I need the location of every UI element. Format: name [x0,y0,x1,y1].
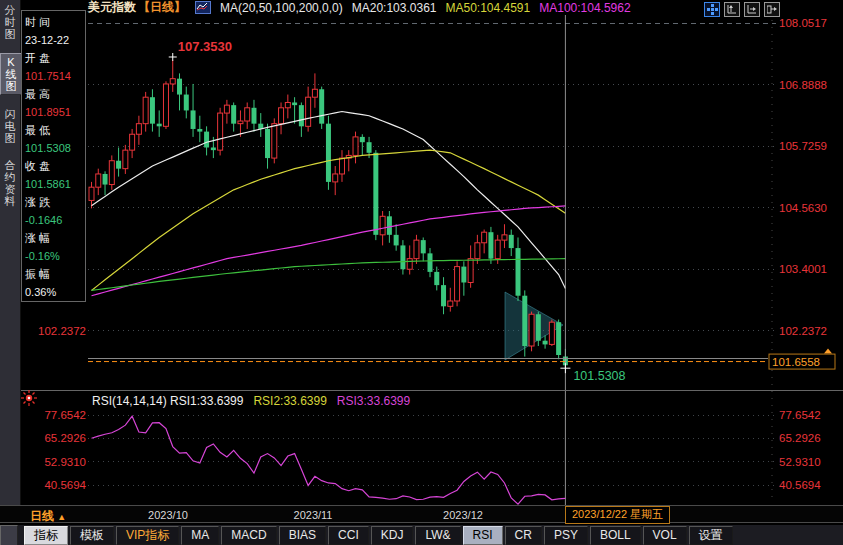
info-label: 开 盘 [25,49,85,67]
info-value: 101.5861 [25,175,85,193]
info-value: 101.5308 [25,139,85,157]
toolbar-tab-KDJ[interactable]: KDJ [371,526,414,545]
toolbar-tab-指标[interactable]: 指标 [24,526,68,545]
y-axis-label: 102.2372 [779,325,827,337]
y-axis-label-left: 102.2372 [38,325,86,337]
shift-right-icon[interactable] [764,2,780,17]
toolbar-grip[interactable] [0,525,18,545]
chart-canvas[interactable]: 108.0517106.8888105.7259104.5630103.4001… [0,0,843,545]
ma200-line [92,259,566,291]
low-price-label: 101.5308 [573,369,625,383]
info-value: 23-12-22 [25,31,85,49]
ma20-value: MA20:103.0361 [352,1,437,15]
left-tab-strip: 分时图K线图闪电图合约资料 [0,0,21,505]
rsi-axis-label-left: 77.6542 [44,409,86,421]
toolbar-tab-MA[interactable]: MA [181,526,219,545]
ma50-value: MA50:104.4591 [445,1,530,15]
info-value: -0.1646 [25,211,85,229]
price-label-text: 101.6558 [772,356,820,368]
toolbar-tab-LW&[interactable]: LW& [415,526,460,545]
price-arrow-icon [824,349,832,354]
scale-right-icon[interactable] [744,2,760,17]
candlestick-series [89,60,568,368]
chart-toolbar-icons [704,2,780,17]
info-value: -0.16% [25,247,85,265]
rsi2-value: RSI2:33.6399 [253,394,326,408]
rsi-axis-label-right: 65.2926 [779,432,821,444]
mini-chart-icon [195,1,211,14]
crosshair-grid-icon[interactable] [704,2,720,17]
axis-date-label: 2023/12 [443,509,483,521]
alert-sun-icon [20,389,38,407]
period-tag: 【日线】 [138,0,186,16]
rsi-axis-label-left: 40.5694 [44,479,86,491]
crosshair-date-label: 2023/12/22 星期五 [565,506,670,524]
ma100-line [92,206,566,296]
sidebar-tab-3[interactable]: 合约资料 [0,157,20,209]
toolbar-tab-CCI[interactable]: CCI [328,526,369,545]
rsi1-value: RSI(14,14,14) RSI1:33.6399 [92,394,243,408]
high-price-label: 107.3530 [178,39,232,54]
rsi-axis-label-right: 52.9310 [779,456,821,468]
rsi-axis-label-right: 40.5694 [779,479,821,491]
toolbar-tab-BOLL[interactable]: BOLL [590,526,641,545]
info-label: 时 间 [25,13,85,31]
toolbar-tab-VIP指标[interactable]: VIP指标 [116,526,179,545]
info-value: 101.7514 [25,67,85,85]
toolbar-tab-BIAS[interactable]: BIAS [279,526,326,545]
sidebar-tab-0[interactable]: 分时图 [0,2,20,42]
y-axis-label: 106.8888 [779,79,827,91]
toolbar-tab-VOL[interactable]: VOL [643,526,687,545]
axis-date-label: 2023/11 [294,509,333,521]
info-label: 收 盘 [25,157,85,175]
y-axis-label: 105.7259 [779,140,827,152]
y-axis-label: 104.5630 [779,202,827,214]
info-label: 涨 跌 [25,193,85,211]
period-selector[interactable]: 日线 ▲ [30,508,66,525]
indicator-toolbar: 指标模板VIP指标MAMACDBIASCCIKDJLW&RSICRPSYBOLL… [0,524,843,545]
axis-date-label: 2023/10 [148,509,188,521]
toolbar-tab-RSI[interactable]: RSI [463,526,503,545]
toolbar-tab-CR[interactable]: CR [505,526,542,545]
rsi3-value: RSI3:33.6399 [337,394,410,408]
date-axis-row: 日线 ▲ 2023/12/22 星期五 2023/102023/112023/1… [0,505,843,523]
info-label: 振 幅 [25,265,85,283]
info-label: 最 低 [25,121,85,139]
y-axis-label: 103.4001 [779,263,827,275]
quote-info-panel: 时 间23-12-22开 盘101.7514最 高101.8951最 低101.… [21,10,86,302]
y-axis-label: 108.0517 [779,17,827,29]
rsi-axis-label-left: 52.9310 [44,456,86,468]
sidebar-tab-1[interactable]: K线图 [0,53,22,95]
scale-left-icon[interactable] [724,2,740,17]
toolbar-tab-MACD[interactable]: MACD [221,526,276,545]
ma100-value: MA100:104.5962 [539,1,630,15]
info-label: 最 高 [25,85,85,103]
sidebar-tab-2[interactable]: 闪电图 [0,106,20,146]
rsi-axis-label-right: 77.6542 [779,409,821,421]
info-value: 101.8951 [25,103,85,121]
rsi-axis-label-left: 65.2926 [44,432,86,444]
toolbar-tab-模板[interactable]: 模板 [70,526,114,545]
trading-terminal-window: 108.0517106.8888105.7259104.5630103.4001… [0,0,843,545]
toolbar-tab-设置[interactable]: 设置 [689,526,733,545]
info-value: 0.36% [25,283,85,301]
symbol-title: 美元指数 [88,0,136,16]
toolbar-tab-PSY[interactable]: PSY [544,526,588,545]
rsi-line [92,416,566,504]
info-label: 涨 幅 [25,229,85,247]
chart-header: 美元指数 【日线】 MA(20,50,100,200,0,0) MA20:103… [88,0,631,15]
rsi-indicator-header: RSI(14,14,14) RSI1:33.6399 RSI2:33.6399 … [92,394,410,408]
ma-formula: MA(20,50,100,200,0,0) [220,1,343,15]
